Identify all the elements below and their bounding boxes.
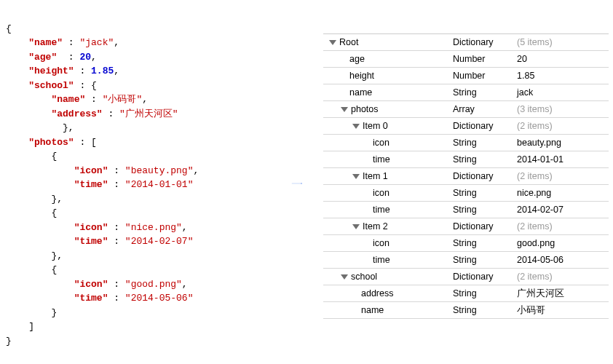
json-val-icon: "good.png" <box>125 279 182 290</box>
row-key-label: Root <box>339 37 358 47</box>
table-row[interactable]: iconStringnice.png <box>323 185 609 202</box>
chevron-down-icon[interactable] <box>352 124 360 129</box>
json-brace: } <box>51 307 57 318</box>
json-key-time: "time" <box>74 293 108 304</box>
row-key-label: name <box>349 87 372 98</box>
row-key-label: school <box>351 272 377 282</box>
chevron-down-icon[interactable] <box>341 107 348 112</box>
table-row[interactable]: iconStringbeauty.png <box>323 135 609 151</box>
table-cell-type: String <box>453 138 517 148</box>
json-comma: , <box>193 165 199 176</box>
json-key-icon: "icon" <box>74 165 108 176</box>
table-cell-key: address <box>323 288 453 298</box>
table-row[interactable]: nameStringjack <box>323 84 609 101</box>
table-row[interactable]: heightNumber1.85 <box>323 68 609 84</box>
table-cell-key: icon <box>323 238 453 248</box>
json-key-height: "height" <box>28 66 74 76</box>
table-cell-value: 2014-01-01 <box>517 154 609 165</box>
table-cell-key: age <box>323 54 453 64</box>
json-comma: , <box>68 122 74 133</box>
json-val-age: 20 <box>79 52 91 63</box>
table-cell-value: 20 <box>517 54 609 64</box>
json-comma: , <box>114 37 119 48</box>
table-cell-key: height <box>323 71 453 81</box>
json-comma: , <box>57 194 63 205</box>
row-key-label: time <box>373 205 390 215</box>
table-cell-value: 2014-02-07 <box>517 205 609 215</box>
table-cell-type: Array <box>453 104 517 114</box>
json-val-icon: "nice.png" <box>125 222 182 233</box>
json-colon: : <box>108 179 124 190</box>
json-colon: : <box>74 137 91 148</box>
table-cell-type: String <box>453 87 517 98</box>
table-row[interactable]: timeString2014-05-06 <box>323 252 609 269</box>
json-val-time: "2014-02-07" <box>125 236 194 247</box>
table-cell-type: Dictionary <box>453 221 517 232</box>
table-row[interactable]: schoolDictionary(2 items) <box>323 269 609 285</box>
json-comma: , <box>182 279 188 290</box>
row-key-label: address <box>361 288 393 298</box>
table-row[interactable]: Item 1Dictionary(2 items) <box>323 168 609 185</box>
table-row[interactable]: Item 0Dictionary(2 items) <box>323 118 609 135</box>
table-row[interactable]: RootDictionary(5 items) <box>323 34 609 51</box>
table-cell-type: Dictionary <box>453 272 517 282</box>
chevron-down-icon[interactable] <box>352 174 360 179</box>
table-cell-key: name <box>323 87 453 98</box>
table-row[interactable]: photosArray(3 items) <box>323 101 609 118</box>
json-colon: : <box>74 80 91 91</box>
plist-table: RootDictionary(5 items)ageNumber20height… <box>323 33 609 319</box>
table-cell-key: time <box>323 205 453 215</box>
json-val-height: 1.85 <box>91 66 114 76</box>
json-val-name: "jack" <box>79 37 114 48</box>
json-comma: , <box>91 52 97 63</box>
table-cell-key: Root <box>323 37 453 47</box>
json-brace: { <box>91 80 97 91</box>
json-comma: , <box>182 222 188 233</box>
json-key-name: "name" <box>28 37 63 48</box>
json-comma: , <box>142 94 148 105</box>
table-cell-value: (3 items) <box>517 104 609 114</box>
table-cell-value: 广州天河区 <box>517 288 609 300</box>
table-cell-value: (5 items) <box>517 37 609 47</box>
table-cell-type: Number <box>453 71 517 81</box>
table-cell-type: Number <box>453 54 517 64</box>
table-cell-value: jack <box>517 87 609 98</box>
table-cell-key: icon <box>323 188 453 198</box>
chevron-down-icon[interactable] <box>329 40 336 45</box>
json-brace-close: } <box>6 336 12 347</box>
table-cell-type: String <box>453 188 517 198</box>
table-row[interactable]: ageNumber20 <box>323 51 609 68</box>
svg-marker-1 <box>301 183 303 184</box>
table-cell-key: Item 0 <box>323 121 453 131</box>
table-cell-key: photos <box>323 104 453 114</box>
json-comma: , <box>57 250 63 261</box>
table-cell-type: String <box>453 154 517 165</box>
chevron-down-icon[interactable] <box>341 274 348 280</box>
row-key-label: time <box>373 154 390 165</box>
json-brace: { <box>51 151 57 162</box>
table-cell-value: good.png <box>517 238 609 248</box>
table-cell-value: (2 items) <box>517 272 609 282</box>
table-cell-type: String <box>453 288 517 298</box>
json-colon: : <box>57 52 79 63</box>
table-cell-key: icon <box>323 138 453 148</box>
row-key-label: time <box>373 255 390 265</box>
row-key-label: Item 2 <box>363 221 388 232</box>
json-colon: : <box>108 236 124 247</box>
row-key-label: icon <box>373 238 389 248</box>
row-key-label: name <box>361 305 384 315</box>
json-brace: } <box>63 122 68 133</box>
table-cell-type: String <box>453 305 517 315</box>
json-bracket: [ <box>91 137 97 148</box>
table-cell-type: Dictionary <box>453 121 517 131</box>
table-row[interactable]: Item 2Dictionary(2 items) <box>323 218 609 235</box>
table-row[interactable]: iconStringgood.png <box>323 235 609 252</box>
json-val-time: "2014-01-01" <box>125 179 194 190</box>
table-row[interactable]: timeString2014-02-07 <box>323 202 609 218</box>
table-row[interactable]: timeString2014-01-01 <box>323 151 609 168</box>
table-row[interactable]: nameString小码哥 <box>323 302 609 319</box>
table-row[interactable]: addressString广州天河区 <box>323 285 609 302</box>
json-val-school-name: "小码哥" <box>103 94 143 105</box>
row-key-label: Item 1 <box>363 171 388 181</box>
chevron-down-icon[interactable] <box>352 224 360 229</box>
